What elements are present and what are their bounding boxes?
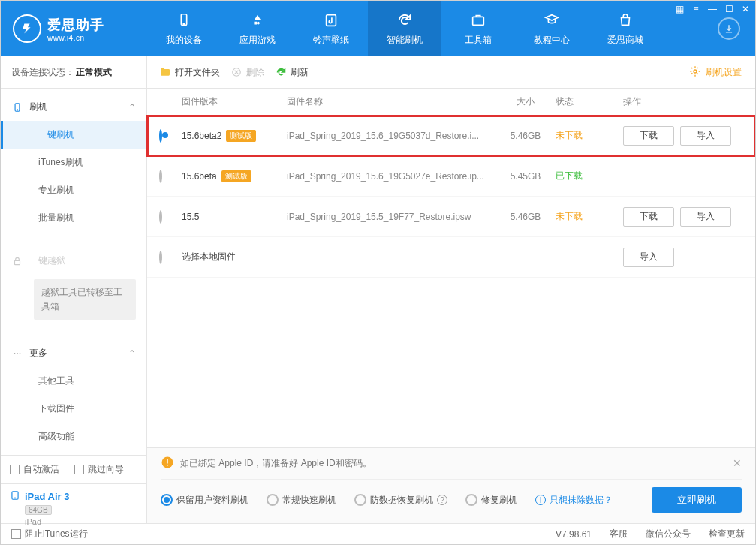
svg-point-10 xyxy=(17,353,18,354)
minimize-icon[interactable]: — xyxy=(707,4,718,14)
delete-button: 删除 xyxy=(230,66,264,79)
select-radio[interactable] xyxy=(159,210,162,224)
sidebar-flash-header[interactable]: 刷机 ⌃ xyxy=(1,93,146,121)
col-name-header: 固件名称 xyxy=(287,95,495,108)
firmware-row[interactable]: 15.6beta测试版iPad_Spring_2019_15.6_19G5027… xyxy=(147,156,755,197)
start-flash-button[interactable]: 立即刷机 xyxy=(652,487,742,513)
opt-repair[interactable]: 修复刷机 xyxy=(465,494,517,507)
sidebar-item-一键刷机[interactable]: 一键刷机 xyxy=(1,121,146,149)
store-icon xyxy=(616,11,634,29)
sidebar-item-其他工具[interactable]: 其他工具 xyxy=(1,367,146,395)
logo-area: 爱思助手 www.i4.cn xyxy=(1,1,147,56)
more-icon xyxy=(11,348,23,360)
nav-tab-apps[interactable]: 应用游戏 xyxy=(221,1,294,56)
svg-point-13 xyxy=(15,498,16,498)
toolbar: 设备连接状态： 正常模式 打开文件夹 删除 刷新 刷机设置 xyxy=(1,56,755,89)
close-tip-button[interactable]: ✕ xyxy=(733,457,742,469)
nav-tab-tutorial[interactable]: 教程中心 xyxy=(515,1,589,56)
tools-icon xyxy=(469,11,487,29)
import-button[interactable]: 导入 xyxy=(623,248,674,267)
nav-tab-tools[interactable]: 工具箱 xyxy=(441,1,515,56)
sidebar-item-批量刷机[interactable]: 批量刷机 xyxy=(1,204,146,232)
info-icon[interactable]: i xyxy=(535,495,546,505)
download-button[interactable]: 下载 xyxy=(623,207,674,227)
gear-icon xyxy=(689,65,701,80)
jailbreak-note: 越狱工具已转移至工具箱 xyxy=(34,279,136,320)
col-act-header: 操作 xyxy=(623,95,743,108)
help-icon[interactable]: ? xyxy=(437,495,447,505)
apps-icon xyxy=(248,11,267,29)
svg-point-9 xyxy=(14,353,16,354)
import-button[interactable]: 导入 xyxy=(680,126,731,146)
check-update-link[interactable]: 检查更新 xyxy=(709,528,745,540)
nav-tab-store[interactable]: 爱思商城 xyxy=(589,1,662,56)
body: 刷机 ⌃ 一键刷机iTunes刷机专业刷机批量刷机 一键越狱 越狱工具已转移至工… xyxy=(1,89,755,523)
folder-icon xyxy=(159,66,171,78)
select-radio[interactable] xyxy=(159,129,162,143)
svg-rect-3 xyxy=(473,17,484,25)
nav-tab-device[interactable]: 我的设备 xyxy=(147,1,221,56)
svg-point-7 xyxy=(17,109,17,110)
nav-tabs: 我的设备应用游戏铃声壁纸智能刷机工具箱教程中心爱思商城 xyxy=(147,1,662,56)
sidebar-more-header[interactable]: 更多 ⌃ xyxy=(1,339,146,367)
download-button[interactable] xyxy=(718,17,740,40)
window-controls: ▦ ≡ — ☐ ✕ xyxy=(674,4,751,14)
app-title: 爱思助手 xyxy=(47,16,104,34)
svg-point-16 xyxy=(167,465,168,466)
opt-anti-recovery[interactable]: 防数据恢复刷机? xyxy=(354,494,447,507)
bottom-panel: 如已绑定 Apple ID，请准备好 Apple ID和密码。 ✕ 保留用户资料… xyxy=(147,447,755,523)
nav-tab-media[interactable]: 铃声壁纸 xyxy=(294,1,368,56)
customer-service-link[interactable]: 客服 xyxy=(610,528,628,540)
tablet-icon xyxy=(10,490,20,503)
device-icon xyxy=(175,11,193,29)
device-info[interactable]: iPad Air 3 64GB iPad xyxy=(1,483,146,532)
table-header: 固件版本 固件名称 大小 状态 操作 xyxy=(147,89,755,116)
sidebar-jailbreak-header: 一键越狱 xyxy=(1,247,146,275)
sidebar: 刷机 ⌃ 一键刷机iTunes刷机专业刷机批量刷机 一键越狱 越狱工具已转移至工… xyxy=(1,89,147,523)
col-size-header: 大小 xyxy=(495,95,556,108)
firmware-name: iPad_Spring_2019_15.6_19G5027e_Restore.i… xyxy=(287,171,495,182)
chevron-up-icon: ⌃ xyxy=(128,348,136,359)
import-button[interactable]: 导入 xyxy=(680,207,731,227)
select-radio[interactable] xyxy=(159,251,162,264)
col-ver-header: 固件版本 xyxy=(182,95,287,108)
block-itunes-checkbox[interactable]: 阻止iTunes运行 xyxy=(11,528,88,540)
flash-settings-button[interactable]: 刷机设置 xyxy=(689,65,742,80)
connection-status: 设备连接状态： 正常模式 xyxy=(1,56,147,88)
maximize-icon[interactable]: ☐ xyxy=(724,4,734,14)
nav-tab-flash[interactable]: 智能刷机 xyxy=(368,1,441,56)
sidebar-item-下载固件[interactable]: 下载固件 xyxy=(1,395,146,423)
grid-icon[interactable]: ▦ xyxy=(674,4,685,14)
firmware-row[interactable]: 15.6beta2测试版iPad_Spring_2019_15.6_19G503… xyxy=(147,116,755,156)
download-button[interactable]: 下载 xyxy=(623,126,674,146)
close-icon[interactable]: ✕ xyxy=(740,4,751,14)
tutorial-icon xyxy=(543,11,561,29)
skip-guide-checkbox[interactable]: 跳过向导 xyxy=(74,463,124,476)
firmware-row[interactable]: 选择本地固件导入 xyxy=(147,237,755,278)
svg-point-1 xyxy=(183,23,184,23)
sidebar-item-专业刷机[interactable]: 专业刷机 xyxy=(1,176,146,204)
version-label: V7.98.61 xyxy=(556,529,592,540)
auto-activate-checkbox[interactable]: 自动激活 xyxy=(10,463,59,476)
app-logo-icon xyxy=(13,14,41,43)
app-url: www.i4.cn xyxy=(47,34,104,42)
lock-icon xyxy=(11,255,23,267)
erase-link[interactable]: 只想抹除数据？ xyxy=(550,494,613,507)
firmware-row[interactable]: 15.5iPad_Spring_2019_15.5_19F77_Restore.… xyxy=(147,197,755,237)
conn-value: 正常模式 xyxy=(76,66,112,79)
sidebar-item-iTunes刷机[interactable]: iTunes刷机 xyxy=(1,149,146,176)
svg-rect-2 xyxy=(327,14,336,26)
flash-icon xyxy=(396,11,414,29)
opt-keep-data[interactable]: 保留用户资料刷机 xyxy=(161,494,248,507)
device-type: iPad xyxy=(25,517,137,526)
opt-normal[interactable]: 常规快速刷机 xyxy=(267,494,336,507)
refresh-button[interactable]: 刷新 xyxy=(275,66,309,79)
warning-icon xyxy=(161,456,174,471)
open-folder-button[interactable]: 打开文件夹 xyxy=(159,66,220,79)
menu-icon[interactable]: ≡ xyxy=(691,4,701,14)
main-content: 固件版本 固件名称 大小 状态 操作 15.6beta2测试版iPad_Spri… xyxy=(147,89,755,523)
sidebar-item-高级功能[interactable]: 高级功能 xyxy=(1,423,146,450)
select-radio[interactable] xyxy=(159,170,162,183)
wechat-link[interactable]: 微信公众号 xyxy=(646,528,691,540)
refresh-icon xyxy=(275,66,287,78)
